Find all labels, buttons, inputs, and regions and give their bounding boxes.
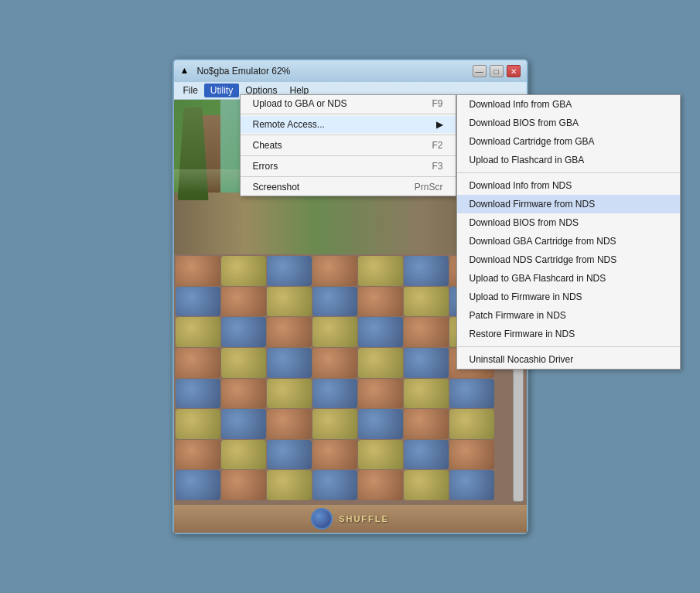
title-bar: ▲ No$gba Emulator 62% — □ ✕ bbox=[174, 60, 527, 82]
remote-access-submenu[interactable]: Download Info from GBA Download BIOS fro… bbox=[456, 100, 527, 370]
menu-cheats[interactable]: Cheats F2 bbox=[241, 137, 456, 154]
separator-3 bbox=[241, 155, 456, 156]
puzzle-grid bbox=[174, 254, 496, 502]
emulator-window: ▲ No$gba Emulator 62% — □ ✕ File Utility… bbox=[172, 59, 528, 534]
submenu-sep-2 bbox=[457, 346, 527, 347]
submenu-ul-gba-flash-nds[interactable]: Upload to GBA Flashcard in NDS bbox=[457, 269, 527, 288]
separator-1 bbox=[241, 114, 456, 114]
maximize-button[interactable]: □ bbox=[490, 65, 504, 77]
content-area: SHUFFLE Upload to GBA or NDS F9 Remote A… bbox=[174, 100, 527, 533]
submenu-dl-firmware-nds[interactable]: Download Firmware from NDS bbox=[457, 195, 527, 213]
menu-upload-gba-nds[interactable]: Upload to GBA or NDS F9 bbox=[241, 100, 456, 112]
menu-errors[interactable]: Errors F3 bbox=[241, 158, 456, 175]
menu-utility[interactable]: Utility bbox=[204, 83, 239, 97]
submenu-uninstall-nocashio[interactable]: Uninstall Nocashio Driver bbox=[457, 350, 527, 369]
menu-screenshot[interactable]: Screenshot PrnScr bbox=[241, 179, 456, 196]
separator-4 bbox=[241, 176, 456, 177]
submenu-dl-bios-gba[interactable]: Download BIOS from GBA bbox=[457, 114, 527, 132]
submenu-dl-bios-nds[interactable]: Download BIOS from NDS bbox=[457, 213, 527, 232]
window-title: No$gba Emulator 62% bbox=[197, 66, 468, 77]
submenu-sep-1 bbox=[457, 172, 527, 173]
submenu-dl-gba-cart-nds[interactable]: Download GBA Cartridge from NDS bbox=[457, 232, 527, 250]
shuffle-bar: SHUFFLE bbox=[174, 505, 527, 533]
minimize-button[interactable]: — bbox=[473, 65, 487, 77]
submenu-dl-cart-gba[interactable]: Download Cartridge from GBA bbox=[457, 132, 527, 151]
submenu-dl-nds-cart-nds[interactable]: Download NDS Cartridge from NDS bbox=[457, 250, 527, 269]
submenu-ul-flashcard-gba[interactable]: Upload to Flashcard in GBA bbox=[457, 151, 527, 169]
menu-file[interactable]: File bbox=[177, 83, 204, 97]
submenu-ul-firmware-nds[interactable]: Upload to Firmware in NDS bbox=[457, 288, 527, 306]
window-controls: — □ ✕ bbox=[473, 65, 521, 77]
shuffle-circle bbox=[311, 508, 333, 530]
submenu-restore-firmware-nds[interactable]: Restore Firmware in NDS bbox=[457, 325, 527, 343]
utility-dropdown[interactable]: Upload to GBA or NDS F9 Remote Access...… bbox=[240, 100, 456, 196]
close-button[interactable]: ✕ bbox=[507, 65, 521, 77]
submenu-dl-info-gba[interactable]: Download Info from GBA bbox=[457, 100, 527, 114]
shuffle-label: SHUFFLE bbox=[339, 514, 389, 523]
app-icon: ▲ bbox=[180, 65, 193, 77]
submenu-patch-firmware-nds[interactable]: Patch Firmware in NDS bbox=[457, 306, 527, 325]
separator-2 bbox=[241, 135, 456, 135]
submenu-dl-info-nds[interactable]: Download Info from NDS bbox=[457, 176, 527, 195]
menu-remote-access[interactable]: Remote Access... ▶ bbox=[241, 116, 456, 133]
